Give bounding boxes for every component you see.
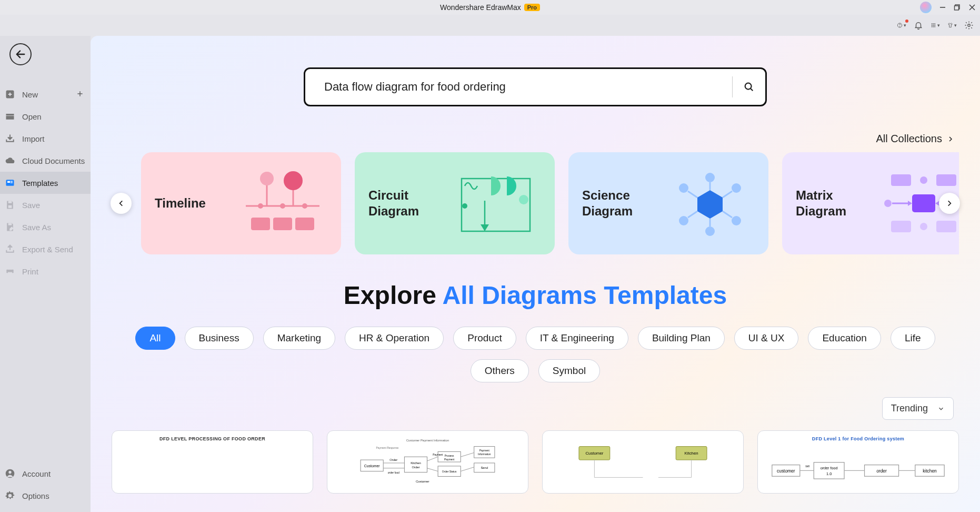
svg-point-59 <box>705 227 715 236</box>
svg-text:order: order <box>876 468 887 474</box>
sort-dropdown[interactable]: Trending <box>882 397 954 420</box>
sidebar-item-new[interactable]: New <box>0 83 91 105</box>
chip-symbol[interactable]: Symbol <box>538 359 600 382</box>
carousel-next-button[interactable] <box>939 193 960 214</box>
category-card-matrix[interactable]: Matrix Diagram <box>782 152 959 254</box>
category-carousel: Timeline Circuit Diagram <box>112 152 959 254</box>
svg-text:Payment: Payment <box>433 454 443 456</box>
gear-icon <box>4 490 16 501</box>
svg-text:Information: Information <box>478 453 491 456</box>
svg-point-79 <box>920 223 927 230</box>
sidebar-item-save[interactable]: Save <box>0 194 91 216</box>
card-label: Matrix Diagram <box>796 188 875 219</box>
circuit-icon <box>452 164 541 243</box>
bell-icon[interactable] <box>914 21 923 30</box>
svg-point-60 <box>679 216 688 225</box>
category-card-circuit[interactable]: Circuit Diagram <box>355 152 555 254</box>
sidebar-item-export[interactable]: Export & Send <box>0 238 91 260</box>
chip-it[interactable]: IT & Engineering <box>526 327 628 350</box>
sidebar-item-open[interactable]: Open <box>0 105 91 127</box>
carousel-prev-button[interactable] <box>111 193 132 214</box>
template-card[interactable]: Customer Payment Information Customer Ki… <box>327 430 528 494</box>
all-collections-link[interactable]: All Collections <box>112 133 959 145</box>
chip-product[interactable]: Product <box>453 327 516 350</box>
sidebar-item-saveas[interactable]: Save As <box>0 216 91 238</box>
chip-business[interactable]: Business <box>185 327 254 350</box>
save-as-icon <box>4 221 16 233</box>
svg-point-9 <box>934 23 935 24</box>
sidebar-item-import[interactable]: Import <box>0 127 91 150</box>
chip-education[interactable]: Education <box>808 327 881 350</box>
sidebar-item-cloud[interactable]: Cloud Documents <box>0 150 91 172</box>
main-content: All Collections Timeline <box>91 36 980 512</box>
svg-rect-68 <box>891 174 911 186</box>
svg-rect-28 <box>11 182 13 183</box>
back-button[interactable] <box>9 43 32 65</box>
close-button[interactable] <box>968 4 976 11</box>
plus-icon[interactable] <box>76 90 84 100</box>
search-button[interactable] <box>742 80 756 94</box>
svg-text:customer: customer <box>777 468 795 474</box>
chip-hr[interactable]: HR & Operation <box>345 327 444 350</box>
chip-others[interactable]: Others <box>471 359 529 382</box>
svg-line-101 <box>427 457 438 461</box>
svg-point-7 <box>932 23 933 24</box>
svg-text:Order Status: Order Status <box>442 470 457 473</box>
svg-text:bill: bill <box>806 465 809 468</box>
svg-rect-47 <box>251 218 270 230</box>
chip-building[interactable]: Building Plan <box>638 327 725 350</box>
svg-rect-27 <box>11 181 13 182</box>
chip-marketing[interactable]: Marketing <box>263 327 335 350</box>
sidebar-item-templates[interactable]: Templates <box>0 172 91 194</box>
svg-point-14 <box>933 26 934 27</box>
maximize-button[interactable] <box>954 4 961 11</box>
svg-rect-48 <box>273 218 292 230</box>
minimize-button[interactable] <box>939 4 946 11</box>
sidebar-item-options[interactable]: Options <box>0 485 91 507</box>
svg-text:Kitchen: Kitchen <box>685 451 698 456</box>
template-card[interactable]: DFD LEVEL PROCESSING OF FOOD ORDER <box>112 430 313 494</box>
search-box <box>304 67 767 106</box>
sidebar: New Open Import Cloud Documents Template… <box>0 36 91 512</box>
card-label: Circuit Diagram <box>368 188 447 219</box>
svg-point-61 <box>679 183 688 193</box>
svg-line-103 <box>427 468 438 471</box>
category-card-science[interactable]: Science Diagram <box>568 152 768 254</box>
svg-text:Payment: Payment <box>479 449 490 452</box>
user-avatar[interactable] <box>920 2 932 13</box>
svg-marker-74 <box>908 201 912 206</box>
svg-point-12 <box>934 25 935 26</box>
shirt-icon[interactable]: ▾ <box>947 21 957 30</box>
sidebar-item-account[interactable]: Account <box>0 462 91 485</box>
help-icon[interactable]: ▾ <box>897 21 906 30</box>
gear-icon[interactable] <box>964 21 974 30</box>
svg-point-36 <box>8 471 11 474</box>
svg-point-13 <box>932 26 933 27</box>
sidebar-item-print[interactable]: Print <box>0 260 91 282</box>
svg-point-57 <box>732 183 741 193</box>
svg-point-54 <box>462 203 467 209</box>
template-card[interactable]: Customer Kitchen <box>542 430 744 494</box>
svg-rect-118 <box>814 462 844 479</box>
save-icon <box>4 199 16 211</box>
svg-point-51 <box>519 195 528 204</box>
search-input[interactable] <box>324 80 723 94</box>
svg-point-11 <box>933 25 934 26</box>
svg-text:kitchen: kitchen <box>923 468 937 474</box>
titlebar: Wondershare EdrawMax Pro <box>0 0 980 15</box>
export-icon <box>4 243 16 255</box>
chip-life[interactable]: Life <box>891 327 935 350</box>
app-title: Wondershare EdrawMax <box>440 3 521 12</box>
svg-rect-78 <box>891 221 911 232</box>
svg-point-6 <box>899 26 900 27</box>
svg-line-105 <box>461 467 474 471</box>
chip-all[interactable]: All <box>135 327 175 350</box>
template-card[interactable]: DFD Level 1 for Food Ordering system cus… <box>757 430 959 494</box>
chip-uiux[interactable]: UI & UX <box>734 327 799 350</box>
category-card-timeline[interactable]: Timeline <box>141 152 341 254</box>
svg-rect-49 <box>295 218 314 230</box>
svg-text:Order: Order <box>412 466 419 469</box>
svg-line-67 <box>688 191 697 198</box>
svg-point-15 <box>934 26 935 27</box>
grid-icon[interactable]: ▾ <box>931 21 940 30</box>
